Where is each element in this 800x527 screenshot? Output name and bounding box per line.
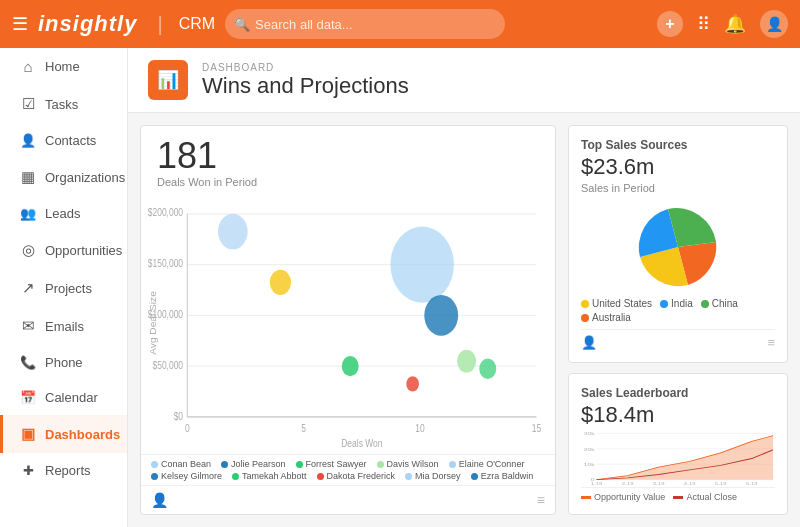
svg-text:3-19: 3-19 xyxy=(653,482,665,486)
top-sales-label: Sales in Period xyxy=(581,182,775,194)
top-navigation: ☰ insightly | CRM 🔍 + ⠿ 🔔 👤 xyxy=(0,0,800,48)
svg-text:1-19: 1-19 xyxy=(591,482,603,486)
legend-dot-china xyxy=(701,300,709,308)
legend-jolie: Jolie Pearson xyxy=(221,459,286,469)
legend-elaine: Elaine O'Conner xyxy=(449,459,525,469)
search-input[interactable] xyxy=(225,9,505,39)
svg-text:2-19: 2-19 xyxy=(622,482,634,486)
legend-dot-mia xyxy=(405,473,412,480)
sidebar-item-opportunities[interactable]: ◎ Opportunities xyxy=(0,231,127,269)
svg-text:Avg Deal Size: Avg Deal Size xyxy=(148,291,157,355)
bubble-kelsey xyxy=(424,295,458,336)
legend-dot-tamekah xyxy=(232,473,239,480)
leaderboard-amount: $18.4m xyxy=(581,402,775,428)
svg-text:15: 15 xyxy=(532,424,541,435)
legend-dot-elaine xyxy=(449,461,456,468)
main-layout: ⌂ Home ☑ Tasks 👤 Contacts ▦ Organization… xyxy=(0,48,800,527)
sidebar-item-home[interactable]: ⌂ Home xyxy=(0,48,127,85)
legend-dot-india xyxy=(660,300,668,308)
bubble-tamekah xyxy=(479,359,496,379)
svg-text:4-19: 4-19 xyxy=(684,482,696,486)
sidebar-label-contacts: Contacts xyxy=(45,133,96,148)
dashboard-content: 181 Deals Won in Period $200,000 $150,00… xyxy=(128,113,800,527)
sidebar-label-opportunities: Opportunities xyxy=(45,243,122,258)
legend-forrest: Forrest Sawyer xyxy=(296,459,367,469)
legend-mia: Mia Dorsey xyxy=(405,471,461,481)
sidebar-label-phone: Phone xyxy=(45,355,83,370)
dashboard-header: 📊 DASHBOARD Wins and Projections xyxy=(128,48,800,113)
reports-icon: ✚ xyxy=(19,463,37,478)
legend-china: China xyxy=(701,298,738,309)
scatter-panel: 181 Deals Won in Period $200,000 $150,00… xyxy=(140,125,556,515)
scatter-legend: Conan Bean Jolie Pearson Forrest Sawyer … xyxy=(141,454,555,485)
person-icon: 👤 xyxy=(151,492,168,508)
user-icon[interactable]: 👤 xyxy=(760,10,788,38)
add-icon[interactable]: + xyxy=(657,11,683,37)
logo: insightly xyxy=(38,11,137,37)
legend-india: India xyxy=(660,298,693,309)
grid-icon[interactable]: ⠿ xyxy=(697,13,710,35)
sidebar-label-calendar: Calendar xyxy=(45,390,98,405)
legend-actual-close: Actual Close xyxy=(673,492,737,502)
sidebar-label-tasks: Tasks xyxy=(45,97,78,112)
nav-divider: | xyxy=(157,13,162,36)
sidebar-item-calendar[interactable]: 📅 Calendar xyxy=(0,380,127,415)
emails-icon: ✉ xyxy=(19,317,37,335)
legend-dot-usa xyxy=(581,300,589,308)
svg-text:$150,000: $150,000 xyxy=(148,258,183,269)
sidebar-item-tasks[interactable]: ☑ Tasks xyxy=(0,85,127,123)
leaderboard-legend: Opportunity Value Actual Close xyxy=(581,487,775,502)
legend-usa: United States xyxy=(581,298,652,309)
search-wrap: 🔍 xyxy=(225,9,505,39)
scatter-svg: $200,000 $150,000 $100,000 $50,000 $0 Av… xyxy=(145,196,547,450)
calendar-icon: 📅 xyxy=(19,390,37,405)
scatter-panel-footer: 👤 ≡ xyxy=(141,485,555,514)
bubble-forrest xyxy=(342,356,359,376)
sidebar-item-contacts[interactable]: 👤 Contacts xyxy=(0,123,127,158)
svg-text:20k: 20k xyxy=(584,447,595,451)
legend-ezra: Ezra Baldwin xyxy=(471,471,534,481)
bubble-elaine xyxy=(270,270,291,295)
line-chart-svg: 30k 20k 10k 0 xyxy=(581,430,775,487)
legend-dot-davis xyxy=(377,461,384,468)
sidebar-item-emails[interactable]: ✉ Emails xyxy=(0,307,127,345)
dashboard-title-wrap: DASHBOARD Wins and Projections xyxy=(202,62,409,99)
search-icon: 🔍 xyxy=(234,17,250,32)
sidebar-item-leads[interactable]: 👥 Leads xyxy=(0,196,127,231)
sidebar-item-organizations[interactable]: ▦ Organizations xyxy=(0,158,127,196)
svg-text:$50,000: $50,000 xyxy=(153,360,184,371)
app-name: CRM xyxy=(179,15,215,33)
svg-text:$200,000: $200,000 xyxy=(148,208,183,219)
leaderboard-title: Sales Leaderboard xyxy=(581,386,775,400)
legend-dot-conan xyxy=(151,461,158,468)
dashboard-icon: 📊 xyxy=(148,60,188,100)
dashboard-breadcrumb: DASHBOARD xyxy=(202,62,409,73)
bell-icon[interactable]: 🔔 xyxy=(724,13,746,35)
sidebar: ⌂ Home ☑ Tasks 👤 Contacts ▦ Organization… xyxy=(0,48,128,527)
sidebar-label-organizations: Organizations xyxy=(45,170,125,185)
top-sales-title: Top Sales Sources xyxy=(581,138,775,152)
tasks-icon: ☑ xyxy=(19,95,37,113)
phone-icon: 📞 xyxy=(19,355,37,370)
line-chart-container: 30k 20k 10k 0 xyxy=(581,430,775,487)
sidebar-item-phone[interactable]: 📞 Phone xyxy=(0,345,127,380)
hamburger-menu[interactable]: ☰ xyxy=(12,13,28,35)
svg-text:5: 5 xyxy=(301,424,306,435)
pie-chart-wrap xyxy=(581,202,775,292)
dashboard-icon-symbol: 📊 xyxy=(157,69,179,91)
sidebar-item-dashboards[interactable]: ▣ Dashboards xyxy=(0,415,127,453)
legend-dot-australia xyxy=(581,314,589,322)
sidebar-label-projects: Projects xyxy=(45,281,92,296)
sidebar-item-reports[interactable]: ✚ Reports xyxy=(0,453,127,488)
legend-australia: Australia xyxy=(581,312,631,323)
right-panels: Top Sales Sources $23.6m Sales in Period xyxy=(568,125,788,515)
top-sales-amount: $23.6m xyxy=(581,154,775,180)
svg-text:10k: 10k xyxy=(584,462,595,466)
legend-dot-kelsey xyxy=(151,473,158,480)
organizations-icon: ▦ xyxy=(19,168,37,186)
sidebar-item-projects[interactable]: ↗ Projects xyxy=(0,269,127,307)
legend-dakota: Dakota Frederick xyxy=(317,471,396,481)
legend-dot-forrest xyxy=(296,461,303,468)
legend-conan: Conan Bean xyxy=(151,459,211,469)
legend-kelsey: Kelsey Gilmore xyxy=(151,471,222,481)
